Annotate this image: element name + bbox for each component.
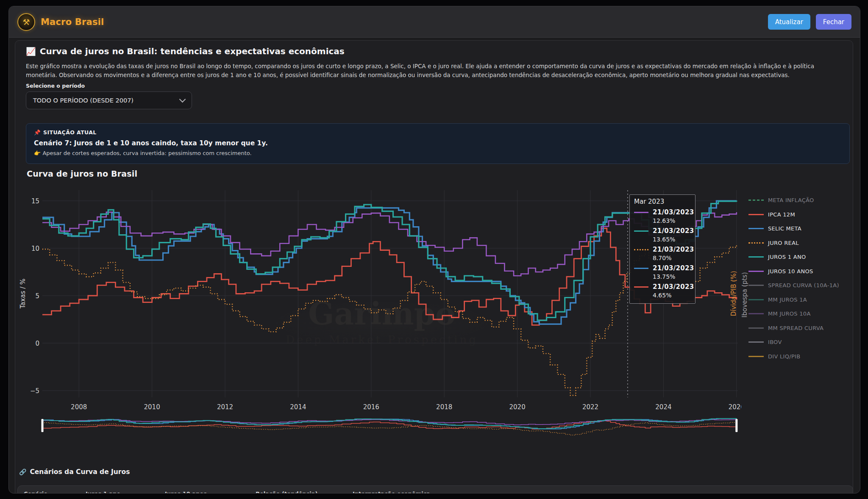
status-note-text: Apesar de cortes esperados, curva invert…	[42, 150, 251, 156]
x-tick-label: 2020	[509, 403, 526, 411]
legend-swatch-icon	[748, 271, 764, 272]
tooltip-row-texts: 21/03/202313.65%	[653, 227, 694, 243]
page-description: Este gráfico mostra a evolução das taxas…	[26, 62, 845, 79]
tooltip-value: 4.65%	[653, 292, 694, 299]
table-header-cen-rio: Cenário	[24, 491, 47, 493]
period-select[interactable]: TODO O PERÍODO (DESDE 2007)	[26, 91, 192, 109]
status-note: 👉 Apesar de cortes esperados, curva inve…	[34, 150, 842, 156]
tooltip-value: 13.75%	[653, 273, 694, 280]
x-tick-label: 2026	[729, 403, 741, 411]
y-tick-label: 5	[35, 292, 39, 300]
legend-swatch-icon	[748, 214, 764, 215]
top-bar: ⚒ Macro Brasil Atualizar Fechar	[9, 6, 860, 38]
y-tick-label: 0	[35, 340, 39, 347]
legend-item-selic-meta[interactable]: SELIC META	[748, 222, 839, 236]
legend-label: MM SPREAD CURVA	[768, 325, 823, 331]
tooltip-rows: 21/03/202312.63%21/03/202313.65%21/03/20…	[634, 208, 691, 299]
tooltip-series-swatch-icon	[634, 286, 648, 288]
pin-icon: 📌	[34, 129, 41, 136]
legend-swatch-icon	[748, 285, 764, 286]
brush-chart[interactable]	[21, 413, 741, 444]
tooltip-date: 21/03/2023	[653, 246, 694, 253]
legend-label: MM JUROS 1A	[768, 297, 807, 303]
legend-label: SELIC META	[768, 225, 801, 232]
legend-item-juros-1-ano[interactable]: JUROS 1 ANO	[748, 250, 839, 264]
x-tick-label: 2022	[582, 403, 598, 411]
legend-swatch-icon	[748, 299, 764, 300]
legend-label: SPREAD CURVA (10A-1A)	[768, 282, 839, 288]
chart-title: Curva de juros no Brasil	[27, 169, 137, 178]
brush-series-juro-real	[42, 422, 737, 435]
page-background: ⚒ Macro Brasil Atualizar Fechar 📈Curva d…	[0, 0, 868, 499]
legend-item-juros-10-anos[interactable]: JUROS 10 ANOS	[748, 264, 839, 279]
legend-label: MM JUROS 10A	[768, 310, 811, 317]
brush-handle-left[interactable]	[42, 419, 44, 432]
brand-logo-icon: ⚒	[17, 13, 35, 31]
x-tick-label: 2010	[144, 403, 160, 411]
tooltip-header: Mar 2023	[634, 198, 691, 205]
pointing-finger-icon: 👉	[34, 150, 41, 156]
period-select-value: TODO O PERÍODO (DESDE 2007)	[33, 97, 134, 104]
legend-item-ipca-12m[interactable]: IPCA 12M	[748, 208, 839, 222]
tooltip-series-swatch-icon	[634, 212, 648, 213]
legend-item-mm-spread-curva[interactable]: MM SPREAD CURVA	[748, 321, 839, 335]
status-panel: 📌SITUAÇÃO ATUAL Cenário 7: Juros de 1 e …	[26, 123, 850, 164]
legend-item-div-liq-pib[interactable]: DIV LIQ/PIB	[748, 349, 839, 364]
brush-handle-right[interactable]	[735, 419, 737, 432]
status-heading-text: SITUAÇÃO ATUAL	[43, 129, 97, 136]
legend-swatch-icon	[748, 200, 764, 201]
table-header-interpreta-o-econ-mica: Interpretação econômica	[353, 491, 430, 493]
scenarios-table: CenárioJuros 1 anoJuros 10 anosRelação (…	[17, 485, 853, 493]
table-header-juros-10-anos: Juros 10 anos	[165, 491, 207, 493]
legend-item-spread-curva-10a-1a[interactable]: SPREAD CURVA (10A-1A)	[748, 278, 839, 293]
legend-swatch-icon	[748, 228, 764, 229]
tooltip-value: 13.65%	[653, 236, 694, 243]
tooltip-row-texts: 21/03/202313.75%	[653, 264, 694, 280]
close-button[interactable]: Fechar	[816, 14, 851, 30]
period-select-label: Selecione o período	[26, 83, 85, 89]
tooltip-date: 21/03/2023	[653, 283, 694, 291]
tooltip-row-juros-1-ano: 21/03/202313.65%	[634, 227, 691, 243]
x-tick-label: 2018	[436, 403, 452, 411]
chart-tooltip: Mar 2023 21/03/202312.63%21/03/202313.65…	[629, 194, 696, 304]
tooltip-row-texts: 21/03/20234.65%	[653, 283, 694, 299]
page-title: 📈Curva de juros no Brasil: tendências e …	[26, 46, 345, 56]
tooltip-series-swatch-icon	[634, 230, 648, 232]
chevron-down-icon	[179, 96, 186, 103]
legend-label: DIV LIQ/PIB	[768, 353, 800, 360]
status-scenario: Cenário 7: Juros de 1 e 10 anos caindo, …	[34, 139, 842, 147]
tooltip-series-swatch-icon	[634, 268, 648, 269]
legend-item-ibov[interactable]: IBOV	[748, 335, 839, 349]
legend-swatch-icon	[748, 341, 764, 343]
legend-item-meta-infla-o[interactable]: META INFLAÇÃO	[748, 193, 839, 208]
table-header-rela-o-tend-ncia: Relação (tendência)	[256, 491, 317, 493]
chart-emoji-icon: 📈	[26, 47, 36, 56]
legend-item-mm-juros-10a[interactable]: MM JUROS 10A	[748, 307, 839, 321]
scenarios-heading-text: Cenários da Curva de Juros	[30, 468, 130, 476]
legend-swatch-icon	[748, 256, 764, 258]
legend-label: JUROS 1 ANO	[768, 254, 806, 260]
legend-label: JUROS 10 ANOS	[768, 268, 813, 274]
link-icon: 🔗	[19, 469, 26, 475]
tooltip-date: 21/03/2023	[653, 264, 694, 272]
legend-label: IPCA 12M	[768, 211, 795, 218]
tooltip-series-swatch-icon	[634, 249, 648, 250]
chart-legend: META INFLAÇÃOIPCA 12MSELIC METAJURO REAL…	[748, 193, 839, 363]
status-heading: 📌SITUAÇÃO ATUAL	[34, 129, 842, 136]
y-tick-label: 10	[31, 245, 39, 252]
tooltip-date: 21/03/2023	[653, 227, 694, 235]
legend-label: META INFLAÇÃO	[768, 197, 814, 203]
x-tick-label: 2024	[655, 403, 671, 411]
legend-swatch-icon	[748, 242, 764, 244]
x-axis: 2008201020122014201620182020202220242026	[71, 403, 741, 411]
app-window: ⚒ Macro Brasil Atualizar Fechar 📈Curva d…	[8, 6, 860, 493]
y-tick-label: −5	[30, 387, 39, 395]
scenarios-heading: 🔗Cenários da Curva de Juros	[19, 468, 130, 476]
y-axis: −5051015	[30, 197, 39, 395]
tooltip-date: 21/03/2023	[653, 208, 694, 216]
legend-item-juro-real[interactable]: JURO REAL	[748, 236, 839, 250]
table-header-juros-1-ano: Juros 1 ano	[86, 491, 120, 493]
legend-item-mm-juros-1a[interactable]: MM JUROS 1A	[748, 293, 839, 307]
y-tick-label: 15	[31, 197, 39, 205]
refresh-button[interactable]: Atualizar	[768, 14, 810, 30]
